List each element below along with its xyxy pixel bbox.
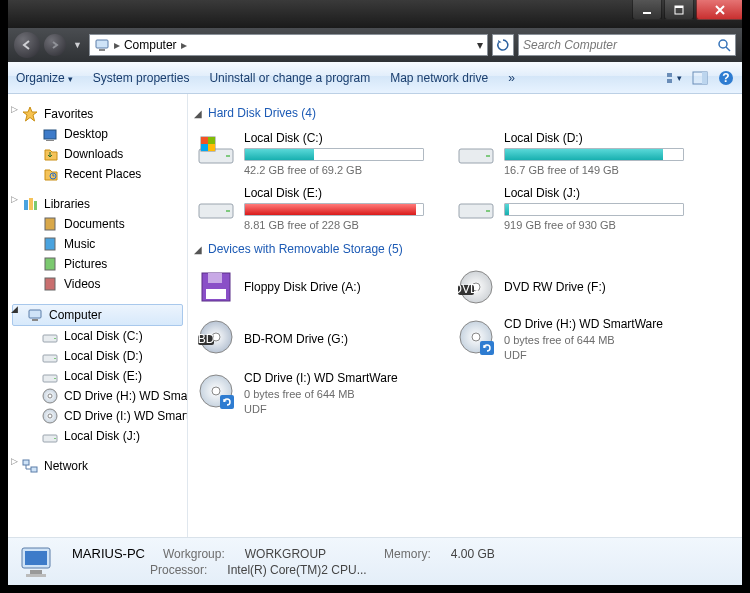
network-label: Network [44,459,88,473]
organize-menu[interactable]: Organize [16,71,73,85]
svg-rect-42 [226,155,230,157]
network-group: ▷ Network [8,456,187,476]
drive-name: BD-ROM Drive (G:) [244,332,444,346]
floppy-drive-icon [196,267,236,307]
svg-rect-53 [486,210,490,212]
svg-rect-8 [667,79,672,83]
sidebar-item-drive[interactable]: Local Disk (C:) [8,326,187,346]
svg-rect-74 [26,574,46,577]
usage-bar [244,148,424,161]
libraries-header[interactable]: Libraries [8,194,187,214]
collapse-icon[interactable]: ◢ [11,304,18,314]
svg-rect-22 [45,238,55,250]
chevron-right-icon[interactable]: ▸ [181,38,187,52]
cd-drive-icon [196,371,236,411]
sidebar-item-desktop[interactable]: Desktop [8,124,187,144]
close-button[interactable] [696,0,744,20]
details-pane: MARIUS-PC Workgroup: WORKGROUP Memory: 4… [8,537,742,585]
svg-rect-51 [226,210,230,212]
address-bar[interactable]: ▸ Computer ▸ ▾ [89,34,488,56]
drive-item[interactable]: Local Disk (E:) 8.81 GB free of 228 GB [190,182,450,235]
svg-rect-12 [702,72,707,84]
address-dropdown[interactable]: ▾ [477,38,483,52]
drive-item[interactable]: Floppy Disk Drive (A:) [190,263,450,311]
removable-section-header[interactable]: ◢ Devices with Removable Storage (5) [190,236,734,262]
svg-rect-46 [201,144,208,151]
svg-rect-73 [30,570,42,574]
search-input[interactable]: Search Computer [518,34,736,56]
expand-icon[interactable]: ▷ [11,194,18,204]
svg-rect-67 [480,341,494,355]
svg-text:?: ? [722,71,729,85]
library-icon [42,256,58,272]
map-network-drive-button[interactable]: Map network drive [390,71,488,85]
drive-icon [42,348,58,364]
breadcrumb-computer[interactable]: Computer [124,38,177,52]
drive-name: Local Disk (C:) [244,131,444,145]
sidebar-item-music[interactable]: Music [8,234,187,254]
preview-pane-button[interactable] [692,70,708,86]
svg-rect-3 [96,40,108,48]
expand-icon[interactable]: ▷ [11,456,18,466]
sidebar-item-drive[interactable]: CD Drive (I:) WD SmartWare [8,406,187,426]
drive-item[interactable]: BD BD-ROM Drive (G:) [190,313,450,365]
star-icon [22,106,38,122]
drive-icon [42,428,58,444]
help-button[interactable]: ? [718,70,734,86]
computer-label: Computer [49,308,102,322]
minimize-button[interactable] [632,0,662,20]
drive-item[interactable]: CD Drive (I:) WD SmartWare 0 bytes free … [190,367,450,419]
back-button[interactable] [14,32,40,58]
maximize-button[interactable] [664,0,694,20]
library-icon [42,236,58,252]
forward-button[interactable] [44,34,66,56]
drive-item[interactable]: Local Disk (J:) 919 GB free of 930 GB [450,182,710,235]
sidebar-item-drive[interactable]: Local Disk (E:) [8,366,187,386]
refresh-button[interactable] [492,34,514,56]
svg-rect-49 [486,155,490,157]
system-properties-button[interactable]: System properties [93,71,190,85]
expand-icon[interactable]: ▷ [11,104,18,114]
hard-drive-icon [196,131,236,171]
sidebar-item-drive[interactable]: Local Disk (J:) [8,426,187,446]
uninstall-program-button[interactable]: Uninstall or change a program [209,71,370,85]
svg-rect-4 [99,49,105,51]
drive-item[interactable]: Local Disk (C:) 42.2 GB free of 69.2 GB [190,127,450,180]
window-titlebar[interactable] [0,0,750,28]
usage-bar [504,148,684,161]
computer-header[interactable]: Computer [12,304,183,326]
sidebar-item-drive[interactable]: CD Drive (H:) WD SmartWare [8,386,187,406]
svg-point-66 [472,333,480,341]
history-dropdown[interactable]: ▼ [73,40,82,50]
more-commands[interactable]: » [508,71,515,85]
drive-item[interactable]: Local Disk (D:) 16.7 GB free of 149 GB [450,127,710,180]
drive-name: Local Disk (E:) [244,186,444,200]
sidebar-item-pictures[interactable]: Pictures [8,254,187,274]
library-icon [42,276,58,292]
svg-rect-40 [31,467,37,472]
drive-icon [42,368,58,384]
libraries-label: Libraries [44,197,90,211]
search-placeholder: Search Computer [523,38,617,52]
drive-item[interactable]: DVD DVD RW Drive (F:) [450,263,710,311]
sidebar-item-documents[interactable]: Documents [8,214,187,234]
sidebar-item-drive[interactable]: Local Disk (D:) [8,346,187,366]
view-options-button[interactable] [666,70,682,86]
svg-rect-45 [208,137,215,144]
favorites-header[interactable]: Favorites [8,104,187,124]
sidebar-item-recent-places[interactable]: Recent Places [8,164,187,184]
drive-name: CD Drive (H:) WD SmartWare [504,317,704,331]
drive-icon [42,408,58,424]
svg-rect-28 [54,338,56,339]
hdd-section-header[interactable]: ◢ Hard Disk Drives (4) [190,100,734,126]
svg-rect-19 [29,198,33,210]
chevron-right-icon[interactable]: ▸ [114,38,120,52]
sidebar-item-downloads[interactable]: Downloads [8,144,187,164]
navigation-row: ▼ ▸ Computer ▸ ▾ Search Computer [8,28,742,62]
drive-item[interactable]: CD Drive (H:) WD SmartWare 0 bytes free … [450,313,710,365]
drive-name: DVD RW Drive (F:) [504,280,704,294]
drive-filesystem: UDF [504,349,704,361]
network-header[interactable]: Network [8,456,187,476]
svg-rect-20 [34,201,37,210]
sidebar-item-videos[interactable]: Videos [8,274,187,294]
